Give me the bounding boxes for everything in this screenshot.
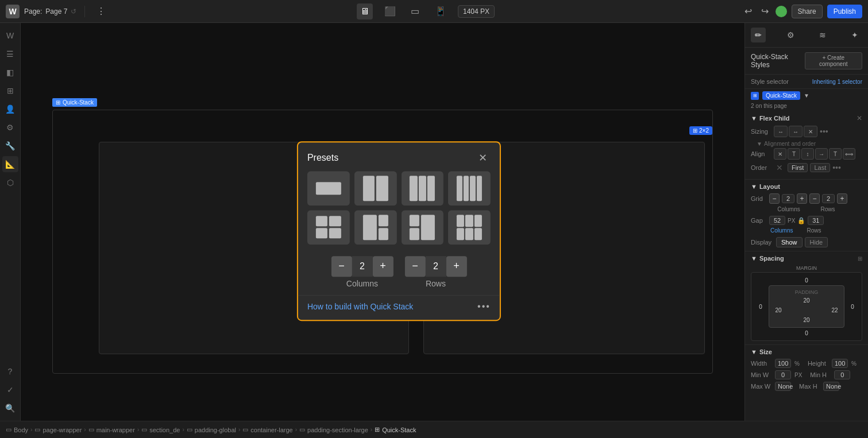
padding-top-value[interactable]: 20 [803,297,809,304]
presets-more-button[interactable]: ••• [477,301,491,312]
grid-row-minus-button[interactable]: − [809,193,820,204]
tablet-v-view-button[interactable]: ▭ [407,3,423,20]
preset-left-big[interactable] [354,210,397,245]
sidebar-icon-search[interactable]: 🔍 [2,400,18,416]
margin-bottom-value[interactable]: 0 [805,330,808,336]
share-button[interactable]: Share [792,5,823,18]
spacing-expand[interactable]: ⊞ [858,255,862,262]
preset-1col[interactable] [307,171,350,206]
logo: W [6,5,20,18]
flex-child-close[interactable]: ✕ [857,114,862,122]
columns-increment-button[interactable]: + [372,256,393,277]
display-show-button[interactable]: Show [776,237,803,247]
align-middle-button[interactable]: ↕ [801,148,814,160]
publish-button[interactable]: Publish [827,5,862,18]
grid-col-plus-button[interactable]: + [797,193,807,204]
flex-child-title: ▼ Flex Child [751,115,789,122]
canvas-area[interactable]: ⊞ Quick-Stack ⊞ 2×2 Presets ✕ [21,23,744,421]
sidebar-icon-layers[interactable]: ☰ [2,46,18,62]
style-tool-button[interactable]: ✏ [751,28,766,42]
sizing-more-button[interactable]: ••• [820,127,828,136]
sidebar-icon-users[interactable]: 👤 [2,101,18,117]
sidebar-icon-grid[interactable]: 📐 [2,156,18,172]
order-more-button[interactable]: ••• [832,163,841,172]
preset-3x2[interactable] [448,210,491,245]
sidebar-icon-check[interactable]: ✓ [2,382,18,398]
max-h-label: Max H [799,383,820,390]
width-value[interactable]: 100 [775,359,791,368]
margin-left-value[interactable]: 0 [755,304,766,310]
display-hide-button[interactable]: Hide [805,237,828,247]
style-inherit-link[interactable]: Inheriting 1 selector [812,79,862,85]
sidebar-icon-settings[interactable]: ⚙ [2,119,18,135]
sidebar-icon-help[interactable]: ? [2,363,18,379]
sidebar-icon-tools[interactable]: 🔧 [2,138,18,154]
breadcrumb-main-wrapper[interactable]: ▭ main-wrapper [88,426,135,433]
min-w-label: Min W [751,371,771,378]
sizing-grow-button[interactable]: ↔ [774,126,788,137]
sidebar-icon-logo[interactable]: W [2,28,18,44]
grid-row-plus-button[interactable]: + [837,193,847,204]
align-right-button[interactable]: → [815,148,828,160]
undo-button[interactable]: ↩ [742,3,754,19]
align-bottom-button[interactable]: T [829,148,842,160]
breadcrumb-padding-global[interactable]: ▭ padding-global [187,426,236,433]
breadcrumb-page-wrapper[interactable]: ▭ page-wrapper [34,426,82,433]
preset-2x2[interactable] [307,210,350,245]
breadcrumb-body[interactable]: ▭ Body [6,426,28,433]
tablet-h-view-button[interactable]: ⬛ [382,3,398,20]
padding-right-value[interactable]: 22 [829,307,840,313]
custom-tool-button[interactable]: ✦ [847,28,862,42]
gap-lock-icon[interactable]: 🔒 [797,217,805,224]
rows-decrement-button[interactable]: − [404,256,425,277]
layout-header: ▼ Layout [751,183,862,190]
quick-stack-guide-link[interactable]: How to build with Quick Stack [307,302,413,311]
sizing-shrink-button[interactable]: ↔ [789,126,803,137]
style-dropdown-icon[interactable]: ▼ [804,92,809,99]
sizing-fixed-button[interactable]: ✕ [804,126,817,137]
order-clear-button[interactable]: ✕ [774,162,785,173]
max-h-value[interactable]: None [823,382,839,391]
breadcrumb-quick-stack[interactable]: ⊞ Quick-Stack [375,426,416,433]
margin-label: MARGIN [751,265,862,271]
rows-increment-button[interactable]: + [446,256,466,277]
interactions-tool-button[interactable]: ≋ [815,28,830,42]
breadcrumb-container-large[interactable]: ▭ container-large [242,426,292,433]
qs-styles-title: Quick-Stack Styles [751,53,805,69]
style-chip[interactable]: Quick-Stack [762,91,800,100]
preset-2col[interactable] [354,171,397,206]
columns-decrement-button[interactable]: − [331,256,352,277]
grid-col-minus-button[interactable]: − [769,193,780,204]
preset-4col[interactable] [448,171,491,206]
redo-button[interactable]: ↪ [759,3,771,19]
sidebar-icon-components[interactable]: ⊞ [2,83,18,99]
align-stretch-button[interactable]: ⟺ [843,148,855,160]
desktop-view-button[interactable]: 🖥 [357,3,373,20]
presets-close-button[interactable]: ✕ [475,150,491,165]
sidebar-icon-shapes[interactable]: ⬡ [2,175,18,191]
margin-top-value[interactable]: 0 [805,277,808,284]
breadcrumb-section-de[interactable]: ▭ section_de [141,426,180,433]
create-component-button[interactable]: + Create component [805,52,862,69]
preset-3col[interactable] [401,171,443,206]
padding-bottom-value[interactable]: 20 [803,317,809,323]
order-last-button[interactable]: Last [810,163,830,172]
status-indicator [776,6,787,17]
size-section: ▼ Size Width 100 % Height 100 % Min W 0 … [745,345,868,397]
more-options-button[interactable]: ⋮ [93,3,109,20]
preset-right-big[interactable] [401,210,443,245]
min-h-value[interactable]: 0 [834,370,850,379]
padding-left-value[interactable]: 20 [773,307,784,313]
sidebar-icon-pages[interactable]: ◧ [2,64,18,80]
breadcrumb-padding-section-large[interactable]: ▭ padding-section-large [299,426,368,433]
margin-right-value[interactable]: 0 [847,304,858,310]
min-w-value[interactable]: 0 [775,370,791,379]
height-value[interactable]: 100 [832,359,848,368]
align-clear-button[interactable]: ✕ [774,148,786,160]
max-w-value[interactable]: None [775,382,791,391]
settings-tool-button[interactable]: ⚙ [783,28,798,42]
mobile-view-button[interactable]: 📱 [433,3,449,20]
quick-stack-label: ⊞ Quick-Stack [52,98,97,107]
align-top-button[interactable]: T [788,148,800,160]
quick-stack-styles-header: Quick-Stack Styles + Create component [745,48,868,75]
